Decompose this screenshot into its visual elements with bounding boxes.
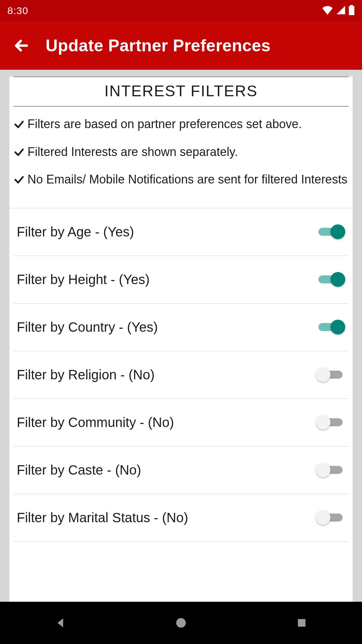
check-icon — [13, 173, 25, 185]
filter-label: Filter by Religion - (No) — [17, 367, 155, 382]
info-note-text: No Emails/ Mobile Notifications are sent… — [27, 171, 349, 188]
filter-toggle-caste[interactable] — [316, 461, 345, 479]
toggle-thumb — [316, 510, 330, 525]
square-recent-icon — [296, 617, 307, 629]
toggle-thumb — [330, 224, 345, 239]
filter-label: Filter by Marital Status - (No) — [17, 510, 188, 525]
section-title: INTEREST FILTERS — [13, 82, 349, 100]
filter-label: Filter by Community - (No) — [17, 415, 174, 430]
filter-toggle-marital-status[interactable] — [316, 508, 345, 527]
status-icons — [322, 5, 355, 16]
filter-row-caste[interactable]: Filter by Caste - (No) — [13, 446, 349, 494]
filter-row-marital-status[interactable]: Filter by Marital Status - (No) — [13, 494, 349, 542]
screen: 8:30 Update Partner Preferences INTEREST… — [0, 0, 362, 644]
arrow-left-icon — [13, 38, 29, 54]
triangle-back-icon — [54, 616, 67, 630]
app-bar: Update Partner Preferences — [0, 21, 362, 70]
filter-label: Filter by Height - (Yes) — [17, 272, 149, 287]
filter-list: Filter by Age - (Yes) Filter by Height -… — [9, 208, 353, 542]
navigation-bar — [0, 602, 362, 644]
info-note: No Emails/ Mobile Notifications are sent… — [13, 171, 349, 188]
battery-icon — [349, 5, 355, 16]
filter-label: Filter by Country - (Yes) — [17, 320, 158, 335]
filter-label: Filter by Caste - (No) — [17, 463, 141, 478]
filter-row-religion[interactable]: Filter by Religion - (No) — [13, 351, 349, 399]
filter-row-country[interactable]: Filter by Country - (Yes) — [13, 304, 349, 351]
filter-toggle-religion[interactable] — [316, 365, 345, 384]
check-icon — [13, 118, 25, 129]
svg-point-0 — [176, 618, 186, 628]
page-title: Update Partner Preferences — [46, 36, 271, 55]
filter-row-age[interactable]: Filter by Age - (Yes) — [13, 208, 349, 256]
wifi-icon — [322, 5, 333, 16]
cell-signal-icon — [336, 5, 346, 16]
content: INTEREST FILTERS Filters are based on pa… — [0, 70, 362, 602]
info-note: Filtered Interests are shown separately. — [13, 144, 349, 160]
nav-home-button[interactable] — [153, 609, 209, 636]
toggle-thumb — [330, 320, 345, 334]
filter-toggle-country[interactable] — [316, 318, 345, 336]
filter-toggle-community[interactable] — [316, 413, 345, 432]
nav-back-button[interactable] — [32, 609, 89, 636]
info-note-text: Filtered Interests are shown separately. — [27, 144, 349, 160]
status-bar: 8:30 — [0, 0, 362, 21]
info-notes: Filters are based on partner preferences… — [9, 107, 353, 208]
toggle-thumb — [330, 272, 345, 287]
filter-toggle-height[interactable] — [316, 270, 345, 289]
filter-row-height[interactable]: Filter by Height - (Yes) — [13, 256, 349, 304]
toggle-thumb — [316, 367, 330, 382]
card: INTEREST FILTERS Filters are based on pa… — [9, 76, 353, 602]
filter-label: Filter by Age - (Yes) — [17, 224, 134, 239]
back-button[interactable] — [9, 34, 34, 58]
toggle-thumb — [316, 463, 330, 477]
section-header: INTEREST FILTERS — [13, 76, 349, 107]
status-time: 8:30 — [7, 5, 28, 16]
info-note: Filters are based on partner preferences… — [13, 116, 349, 132]
svg-rect-1 — [298, 619, 306, 627]
check-icon — [13, 146, 25, 157]
circle-home-icon — [175, 616, 187, 629]
filter-toggle-age[interactable] — [316, 222, 345, 241]
toggle-thumb — [316, 415, 330, 430]
nav-recent-button[interactable] — [273, 609, 330, 636]
info-note-text: Filters are based on partner preferences… — [27, 116, 349, 132]
filter-row-community[interactable]: Filter by Community - (No) — [13, 399, 349, 446]
